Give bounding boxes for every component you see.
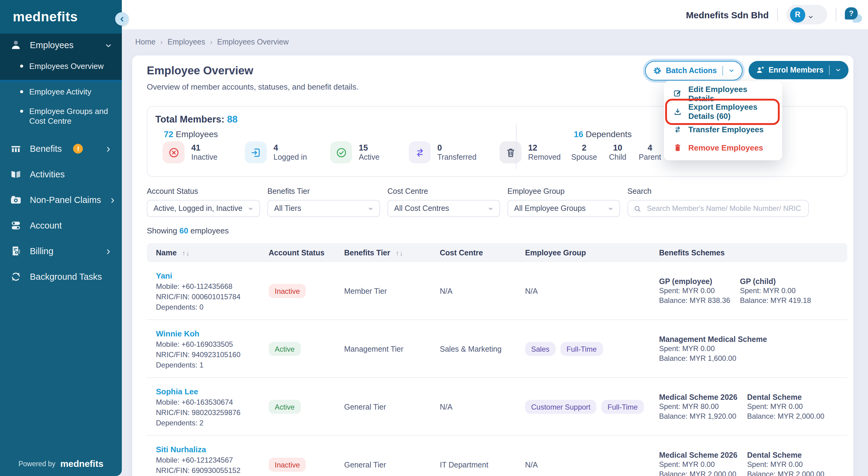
stat-label: Removed (528, 153, 561, 162)
dropdown-item-label: Edit Employees Details (688, 85, 773, 103)
stat-label: Inactive (191, 153, 217, 162)
scheme-name: Medical Scheme 2026 (659, 392, 737, 402)
member-detail: Dependents: 0 (156, 303, 269, 312)
scheme-balance: Balance: MYR 2,000.00 (659, 470, 737, 476)
search-input[interactable] (646, 204, 803, 213)
column-header-name[interactable]: Name↑↓ (147, 248, 269, 257)
toggles-icon (10, 219, 22, 232)
scheme-balance: Balance: MYR 1,920.00 (659, 412, 737, 421)
camera-icon (10, 194, 22, 206)
sidebar-collapse-button[interactable] (115, 12, 128, 26)
search-field (627, 200, 809, 217)
enrol-members-button[interactable]: Enrol Members (748, 61, 848, 79)
scheme-spent: Spent: MYR 0.00 (659, 344, 767, 354)
stat-value: 15 (359, 143, 379, 153)
login-icon (245, 141, 267, 163)
member-detail: NRIC/FIN: 980203259876 (156, 408, 269, 417)
batch-actions-button[interactable]: Batch Actions (645, 61, 742, 81)
filter-label: Cost Centre (388, 187, 500, 196)
sort-icons[interactable]: ↑↓ (396, 249, 404, 256)
scheme-balance: Balance: MYR 838.36 (659, 296, 730, 305)
sidebar-item-background-tasks[interactable]: Background Tasks (0, 265, 122, 288)
person-icon (10, 39, 22, 51)
alert-badge: ! (73, 144, 83, 154)
divider (836, 8, 836, 21)
employee-group-select[interactable]: All Employee Groups (507, 200, 620, 217)
powered-by: Powered by mednefits (0, 458, 122, 469)
scheme-spent: Spent: MYR 0.00 (740, 287, 811, 296)
chevron-down-icon[interactable] (835, 67, 841, 73)
stat-tile-active: 15Active (330, 141, 379, 163)
dropdown-item-remove-employees[interactable]: Remove Employees (664, 139, 782, 157)
table-row: YaniMobile: +60-112435668NRIC/FIN: 00060… (147, 262, 847, 320)
cost-centre-cell: N/A (440, 403, 525, 411)
sidebar-item-label: Account (30, 220, 62, 230)
stat-label: Transferred (437, 153, 476, 162)
sidebar-item-label: Employees Overview (29, 62, 103, 71)
status-badge: Inactive (269, 284, 306, 298)
columns-icon (10, 143, 22, 155)
dropdown-item-transfer-employees[interactable]: Transfer Employees (664, 121, 782, 139)
column-label: Cost Centre (440, 248, 483, 257)
sidebar-item-non-panel-claims[interactable]: Non-Panel Claims (0, 188, 122, 211)
employee-group-cell: N/A (525, 287, 659, 295)
sort-icons[interactable]: ↑↓ (182, 249, 190, 256)
breadcrumb-item-employees[interactable]: Employees (167, 37, 205, 46)
x-circle-icon (163, 141, 185, 163)
member-name-link[interactable]: Winnie Koh (156, 329, 199, 338)
sidebar-item-account[interactable]: Account (0, 214, 122, 237)
total-members-count: 88 (227, 114, 238, 124)
dropdown-item-label: Remove Employees (688, 143, 763, 152)
sidebar-item-activities[interactable]: Activities (0, 163, 122, 186)
member-name-link[interactable]: Sophia Lee (156, 387, 198, 396)
account-status-select[interactable]: Active, Logged in, Inactive (147, 200, 260, 217)
sidebar-header: mednefits (0, 0, 122, 33)
cost-centre-select[interactable]: All Cost Centres (388, 200, 500, 217)
employees-count: 72 Employees (164, 129, 218, 139)
sidebar-item-benefits[interactable]: Benefits! (0, 137, 122, 160)
chevron-down-icon[interactable] (728, 68, 734, 74)
chevron-down-icon (808, 11, 814, 18)
group-tag: Customer Support (525, 400, 597, 414)
cost-centre-cell: IT Department (440, 460, 525, 469)
breadcrumb-item-home[interactable]: Home (135, 37, 156, 46)
batch-actions-dropdown: Edit Employees DetailsExport Employees D… (664, 81, 782, 160)
edit-icon (673, 89, 682, 98)
sidebar-item-employees[interactable]: Employees (0, 33, 122, 57)
stat-value: 12 (528, 143, 561, 153)
benefits-tier-select[interactable]: All Tiers (268, 200, 380, 217)
member-name-link[interactable]: Yani (156, 271, 173, 280)
scheme-block: Medical Scheme 2026Spent: MYR 0.00Balanc… (659, 450, 737, 476)
download-icon (673, 107, 682, 116)
dropdown-item-export-employees-details-60[interactable]: Export Employees Details (60) (664, 103, 782, 121)
stat-value: 2 (571, 143, 597, 153)
stat-value: 10 (609, 143, 626, 153)
selected-value: All Employee Groups (514, 204, 586, 213)
member-detail: NRIC/FIN: 690930055152 (156, 466, 269, 475)
column-label: Account Status (269, 248, 324, 257)
sidebar-item-billing[interactable]: Billing (0, 240, 122, 263)
sidebar-item-label: Employee Groups and Cost Centre (29, 107, 112, 126)
column-header-cost-centre: Cost Centre (440, 248, 525, 257)
column-header-benefits-tier[interactable]: Benefits Tier↑↓ (344, 248, 440, 257)
bullet-icon (20, 90, 23, 93)
sidebar: mednefits EmployeesEmployees OverviewEmp… (0, 0, 122, 476)
benefits-tier-cell: General Tier (344, 460, 440, 469)
divider (722, 66, 723, 76)
sidebar-nav: EmployeesEmployees OverviewEmployee Acti… (0, 33, 122, 288)
stat-label: Parent (639, 153, 661, 162)
breadcrumb-separator: › (210, 38, 212, 46)
dropdown-item-edit-employees-details[interactable]: Edit Employees Details (664, 85, 782, 103)
sidebar-item-employees-overview[interactable]: Employees Overview (0, 57, 122, 76)
benefits-tier-cell: Management Tier (344, 345, 440, 353)
sidebar-item-employee-activity[interactable]: Employee Activity (0, 82, 122, 102)
help-button[interactable]: ? (845, 7, 861, 22)
member-name-link[interactable]: Siti Nurhaliza (156, 445, 206, 454)
dependent-stat-parent: 4Parent (639, 143, 661, 162)
chevron-down-icon (608, 206, 613, 211)
chevron-right-icon (105, 247, 112, 255)
sidebar-item-employee-groups-and-cost-centre[interactable]: Employee Groups and Cost Centre (0, 102, 122, 131)
user-menu[interactable]: R (786, 5, 827, 24)
dropdown-item-label: Export Employees Details (60) (688, 103, 773, 121)
search-label: Search (627, 187, 809, 196)
